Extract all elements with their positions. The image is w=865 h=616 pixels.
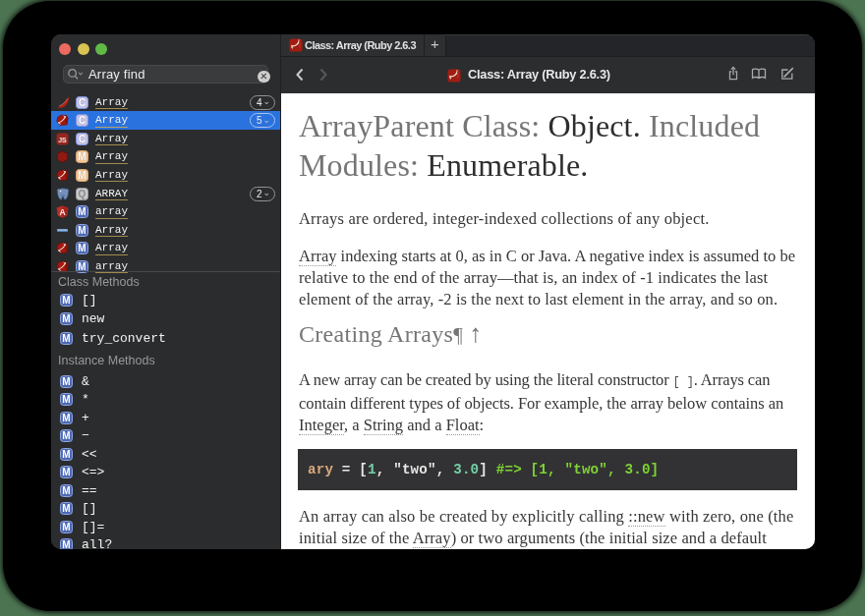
svg-text:A: A [59,207,65,217]
svg-text:JS: JS [58,136,67,142]
